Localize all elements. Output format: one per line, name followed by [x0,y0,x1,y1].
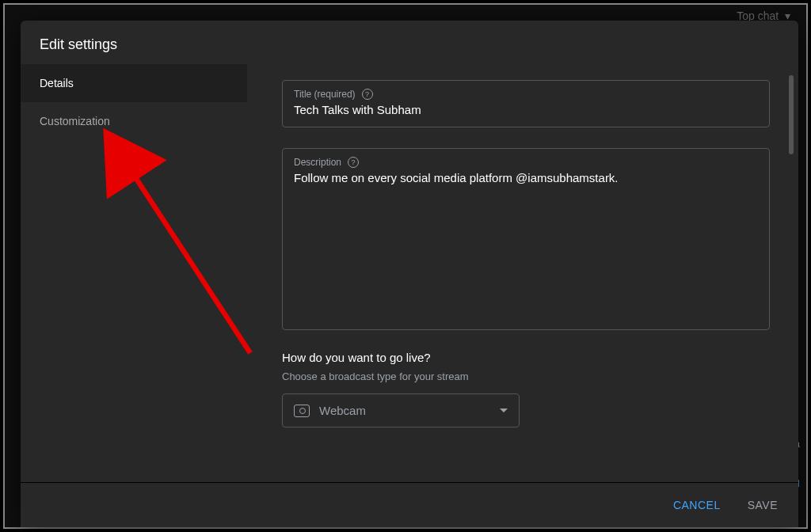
description-field-container[interactable]: Description ? [282,148,770,330]
sidebar-item-details[interactable]: Details [21,64,247,102]
broadcast-subheading: Choose a broadcast type for your stream [282,370,770,382]
description-label-row: Description ? [294,157,758,168]
settings-main: Title (required) ? Description ? How do … [247,64,798,482]
modal-body: Details Customization Title (required) ? [21,64,798,482]
scrollbar[interactable] [789,75,794,154]
title-label: Title (required) [294,89,356,100]
settings-sidebar: Details Customization [21,64,247,482]
sidebar-item-customization[interactable]: Customization [21,102,247,140]
description-label: Description [294,157,341,168]
modal-title: Edit settings [40,36,779,53]
broadcast-type-select[interactable]: Webcam [282,393,520,428]
outer-frame: Top chat ▾ o li cy a ION Subham Stark Ed… [3,3,808,529]
chevron-down-icon [500,408,508,412]
modal-footer: CANCEL SAVE [21,482,798,527]
save-button[interactable]: SAVE [744,494,781,516]
title-label-row: Title (required) ? [294,89,758,100]
title-input[interactable] [294,103,758,116]
modal-header: Edit settings [21,21,798,64]
sidebar-item-label: Details [40,77,74,89]
sidebar-item-label: Customization [40,115,110,127]
help-icon[interactable]: ? [362,89,373,100]
help-icon[interactable]: ? [348,157,359,168]
title-field-container[interactable]: Title (required) ? [282,80,770,127]
description-input[interactable] [294,171,758,321]
cancel-button[interactable]: CANCEL [670,494,724,516]
camera-icon [294,405,310,417]
broadcast-heading: How do you want to go live? [282,351,770,364]
broadcast-selected-label: Webcam [319,404,490,417]
edit-settings-modal: Edit settings Details Customization Titl… [21,21,798,527]
